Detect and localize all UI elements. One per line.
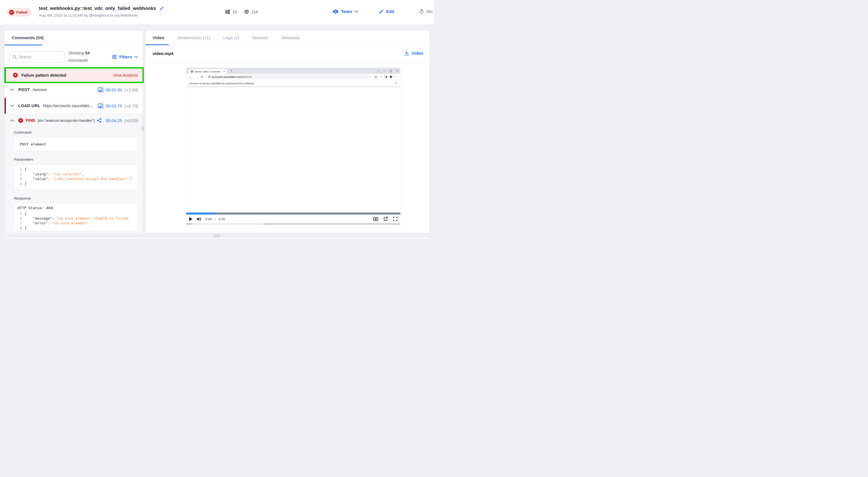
filters-sliders-icon [112, 55, 117, 59]
browser-profile-avatar [390, 75, 392, 78]
url-host: accounts.saucelabs.com [212, 75, 241, 78]
video-file-row: video.mp4 Video [146, 45, 430, 62]
video-player[interactable]: Sauce Labs | Accounts ✕ + — ✕ ← → ↻ [146, 62, 430, 233]
http-status: HTTP Status: 404 [14, 203, 137, 211]
screenshot-image-icon[interactable] [98, 87, 103, 92]
edit-button-label: Edit [386, 9, 394, 14]
download-video-button[interactable]: Video [404, 51, 423, 56]
search-input-wrap [9, 51, 65, 63]
command-time: 00:04.25 [106, 118, 122, 123]
environment-badges: 10 114 [225, 9, 258, 14]
play-button[interactable] [189, 217, 192, 221]
url-path: /am/XUI/ [241, 75, 252, 78]
video-horizontal-scrollbar[interactable] [186, 224, 400, 224]
window-close-icon: ✕ [396, 70, 399, 72]
new-tab-icon: + [230, 69, 232, 73]
time-separator: / [215, 217, 215, 221]
automation-infobar-text: Chrome is being controlled by automated … [189, 82, 255, 85]
eye-icon [333, 9, 338, 13]
browser-page-divider [186, 87, 400, 87]
download-icon [404, 51, 409, 56]
automation-infobar: Chrome is being controlled by automated … [186, 80, 400, 87]
video-duration: 0:31 [219, 217, 225, 221]
browser-tab-title: Sauce Labs | Accounts [194, 70, 220, 73]
recorded-browser-frame: Sauce Labs | Accounts ✕ + — ✕ ← → ↻ [186, 68, 400, 213]
team-dropdown[interactable]: Team [333, 9, 358, 14]
test-duration-value: 34s [426, 9, 433, 14]
video-current-time: 0:04 [205, 217, 212, 221]
browser-urlbar: accounts.saucelabs.com/am/XUI/ [206, 75, 372, 79]
filters-button[interactable]: Filters [112, 55, 138, 59]
edit-button[interactable]: Edit [379, 9, 394, 14]
browser-version: 114 [252, 9, 258, 14]
back-arrow-icon: ← [189, 75, 192, 79]
edit-title-pencil-icon[interactable] [160, 6, 164, 10]
command-row-find[interactable]: ✕ FIND [id="onetrust-accept-btn-handler"… [4, 114, 143, 127]
command-row-post-session[interactable]: POST /session 00:02.00 (+2.00) [4, 82, 143, 98]
command-method: POST [18, 87, 30, 92]
volume-icon[interactable] [196, 217, 201, 221]
test-duration: 34s [419, 9, 433, 14]
response-label: Response [14, 196, 138, 200]
chevron-down-icon [134, 56, 138, 58]
status-badge: ✕ Failed [7, 8, 32, 17]
chevron-down-icon[interactable] [10, 104, 14, 107]
page-title: test_webhooks.py::test_vdc_only_failed_w… [39, 6, 156, 11]
chevron-up-icon[interactable] [10, 119, 14, 122]
error-circle-icon: ✕ [18, 118, 23, 123]
forward-arrow-icon: → [195, 75, 198, 79]
picture-in-picture-icon[interactable] [373, 217, 378, 221]
command-arg: /session [33, 87, 47, 92]
view-analysis-link[interactable]: View Analysis [113, 73, 138, 77]
window-controls: — ✕ [377, 68, 399, 74]
tab-commands[interactable]: Commands (54) [12, 35, 44, 40]
command-delta: (+0.73) [125, 103, 138, 108]
parameters-code-box: 1{ 2 "using": "css selector", 3 "value":… [14, 164, 138, 190]
parameters-label: Parameters [14, 157, 138, 162]
failure-pattern-banner: ✕ Failure pattern detected View Analysis [4, 68, 143, 82]
chevron-down-icon[interactable] [10, 89, 14, 91]
search-input[interactable] [19, 55, 61, 59]
browser-share-icon [374, 75, 377, 78]
command-arg: https://accounts.saucelabs... [43, 103, 93, 108]
video-controls: 0:04 / 0:31 [186, 215, 400, 223]
command-label: Command [14, 130, 138, 134]
command-detail-section: ✕ FIND [id="onetrust-accept-btn-handler"… [4, 114, 143, 233]
open-in-new-icon[interactable] [383, 217, 388, 221]
lock-icon [208, 76, 210, 78]
media-tabrow: Video Screenshots (11) Logs (2) Network … [146, 30, 430, 45]
code-line: 2 "message": "no such element: Unable to… [17, 216, 137, 221]
tab-video[interactable]: Video [153, 35, 164, 40]
fullscreen-icon[interactable] [393, 217, 397, 221]
download-video-label: Video [411, 51, 423, 56]
error-circle-icon: ✕ [9, 10, 14, 15]
code-line: 1{ [17, 211, 137, 216]
command-delta: (+2.00) [125, 87, 138, 92]
failure-pattern-label: Failure pattern detected [22, 73, 66, 77]
code-line: 3 "error": "no such element" [17, 221, 137, 226]
command-value: POST element [20, 142, 46, 146]
tab-screenshots[interactable]: Screenshots (11) [177, 35, 210, 40]
tab-logs[interactable]: Logs (2) [223, 35, 240, 40]
bottom-drawer-drag-handle[interactable] [214, 234, 220, 237]
chevron-down-icon [354, 10, 358, 13]
commands-panel: Commands (54) Showing 54 commands Filter… [4, 30, 143, 233]
video-file-name: video.mp4 [153, 51, 174, 56]
response-code-box: HTTP Status: 404 1{ 2 "message": "no suc… [14, 203, 138, 231]
app-header: ✕ Failed test_webhooks.py::test_vdc_only… [0, 0, 434, 25]
command-row-load-url[interactable]: LOAD URL https://accounts.saucelabs... 0… [4, 98, 143, 114]
command-value-box: POST element [14, 137, 138, 151]
panel-resize-handle[interactable] [142, 126, 144, 131]
command-delta: (+0.03) [125, 118, 138, 123]
browser-menu-dots-icon: ⋮ [395, 75, 398, 78]
window-minimize-icon: — [383, 70, 386, 72]
screenshot-image-icon[interactable] [98, 103, 103, 108]
active-tab-underline [146, 44, 168, 45]
video-progress-bar[interactable] [186, 213, 400, 215]
share-icon[interactable] [97, 118, 101, 123]
tab-network[interactable]: Network [252, 35, 269, 40]
tab-metadata[interactable]: Metadata [281, 35, 300, 40]
window-restore-icon [390, 70, 392, 72]
reload-icon: ↻ [201, 75, 204, 79]
pencil-icon [379, 9, 383, 14]
